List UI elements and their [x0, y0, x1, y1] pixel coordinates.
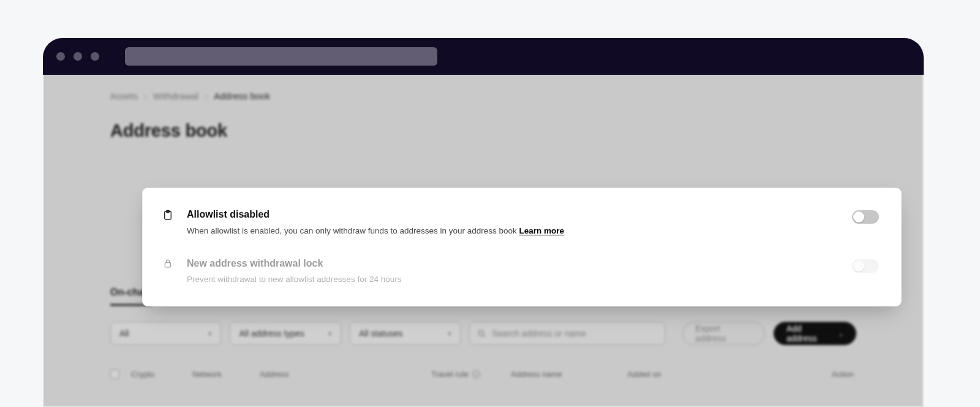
col-added-on: Added on	[627, 370, 768, 379]
chevron-down-icon: ▾	[448, 330, 451, 338]
col-crypto: Crypto	[131, 370, 192, 379]
export-address-button[interactable]: Export address	[682, 322, 765, 345]
filter-crypto-label: All	[119, 329, 129, 338]
withdrawal-lock-desc: Prevent withdrawal to new allowlist addr…	[187, 273, 840, 286]
filter-crypto-select[interactable]: All ▾	[110, 322, 221, 345]
withdrawal-lock-row: New address withdrawal lock Prevent with…	[161, 253, 879, 290]
chevron-down-icon: ▾	[208, 330, 212, 338]
filter-type-label: All address types	[239, 329, 304, 338]
col-network: Network	[192, 370, 260, 379]
search-icon	[477, 329, 486, 338]
titlebar	[43, 38, 924, 75]
filter-status-select[interactable]: All statuses ▾	[350, 322, 461, 345]
chevron-down-icon: ⌄	[839, 330, 843, 337]
export-address-label: Export address	[695, 324, 752, 343]
add-address-button[interactable]: Add address ⌄	[774, 322, 856, 345]
breadcrumb-withdrawal[interactable]: Withdrawal	[153, 91, 198, 101]
add-address-label: Add address	[786, 324, 834, 343]
withdrawal-lock-title: New address withdrawal lock	[187, 257, 840, 270]
url-bar[interactable]	[125, 47, 437, 66]
col-address: Address	[260, 370, 431, 379]
col-address-name: Address name	[511, 370, 627, 379]
chevron-right-icon: ›	[205, 91, 208, 101]
settings-card: Allowlist disabled When allowlist is ena…	[142, 188, 902, 306]
window-controls	[56, 52, 99, 61]
clipboard-icon	[161, 208, 175, 221]
withdrawal-lock-toggle[interactable]	[852, 259, 879, 273]
breadcrumb: Assets › Withdrawal › Address book	[110, 91, 856, 101]
search-input[interactable]: Search address or name	[469, 322, 665, 345]
svg-point-0	[479, 330, 484, 335]
svg-rect-4	[165, 263, 170, 267]
filter-status-label: All statuses	[359, 329, 403, 338]
breadcrumb-assets[interactable]: Assets	[110, 91, 138, 101]
max-dot[interactable]	[91, 52, 99, 61]
learn-more-link[interactable]: Learn more	[519, 226, 565, 235]
filter-type-select[interactable]: All address types ▾	[230, 322, 341, 345]
allowlist-toggle[interactable]	[852, 210, 879, 224]
chevron-right-icon: ›	[144, 91, 147, 101]
allowlist-title: Allowlist disabled	[187, 208, 840, 221]
breadcrumb-address-book: Address book	[214, 91, 270, 101]
svg-line-1	[483, 335, 485, 337]
allowlist-row: Allowlist disabled When allowlist is ena…	[161, 204, 879, 241]
col-action: Action	[768, 370, 856, 379]
lock-icon	[161, 257, 175, 269]
col-travel-rule: Travel rule i	[431, 370, 511, 379]
min-dot[interactable]	[74, 52, 82, 61]
filter-row: All ▾ All address types ▾ All statuses ▾…	[110, 322, 856, 345]
page-title: Address book	[110, 121, 856, 141]
select-all-checkbox[interactable]	[110, 370, 119, 379]
search-placeholder: Search address or name	[492, 329, 586, 338]
allowlist-desc: When allowlist is enabled, you can only …	[187, 225, 840, 237]
info-icon[interactable]: i	[472, 370, 480, 378]
close-dot[interactable]	[56, 52, 65, 61]
chevron-down-icon: ▾	[328, 330, 332, 338]
table-header: Crypto Network Address Travel rule i Add…	[110, 370, 856, 379]
